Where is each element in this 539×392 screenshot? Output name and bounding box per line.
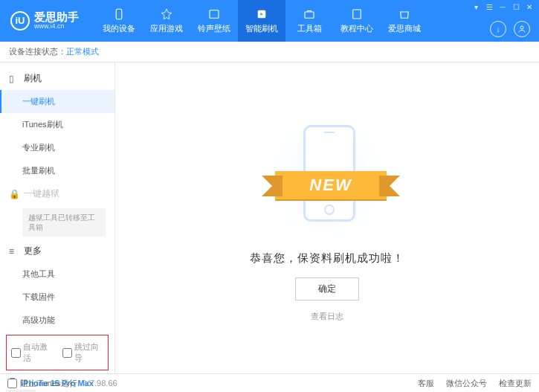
success-illustration: NEW [268,115,387,241]
jailbreak-moved-note: 越狱工具已转移至工具箱 [22,208,106,237]
sidebar-item-advanced[interactable]: 高级功能 [0,309,114,332]
toolbox-icon [303,7,316,21]
success-message: 恭喜您，保资料刷机成功啦！ [250,251,404,266]
sidebar-item-itunes-flash[interactable]: iTunes刷机 [0,113,114,136]
store-icon [398,7,411,21]
app-header: iU 爱思助手 www.i4.cn 我的设备 应用游戏 铃声壁纸 智能刷机 工具… [0,0,539,42]
sidebar-group-flash[interactable]: ▯刷机 [0,67,114,90]
checkbox-block-itunes[interactable]: 阻止iTunes运行 [7,378,77,389]
footer-wechat[interactable]: 微信公众号 [446,378,487,389]
view-log-link[interactable]: 查看日志 [311,311,343,322]
sidebar-item-oneclick-flash[interactable]: 一键刷机 [0,90,114,113]
svg-rect-0 [116,9,122,19]
status-value: 正常模式 [66,46,99,57]
nav-ringtones[interactable]: 铃声壁纸 [190,0,238,42]
user-button[interactable] [514,21,530,37]
sidebar-item-other-tools[interactable]: 其他工具 [0,263,114,286]
main-nav: 我的设备 应用游戏 铃声壁纸 智能刷机 工具箱 教程中心 爱思商城 [95,0,428,42]
svg-rect-1 [210,10,219,19]
sidebar-item-pro-flash[interactable]: 专业刷机 [0,136,114,159]
status-bar: 设备连接状态： 正常模式 [0,42,539,62]
version-label: V7.98.66 [85,379,117,388]
nav-tutorials[interactable]: 教程中心 [333,0,381,42]
svg-rect-3 [305,12,314,18]
status-label: 设备连接状态： [9,46,66,57]
brand-url: www.i4.cn [34,23,79,30]
brand-logo: iU 爱思助手 www.i4.cn [0,11,89,30]
sidebar-group-more[interactable]: ≡更多 [0,240,114,263]
checkbox-skip-guide[interactable]: 跳过向导 [62,341,103,364]
more-icon: ≡ [9,246,19,257]
footer-check-update[interactable]: 检查更新 [499,378,532,389]
svg-point-5 [520,26,523,29]
sidebar-item-download-firmware[interactable]: 下载固件 [0,286,114,309]
sidebar: ▯刷机 一键刷机 iTunes刷机 专业刷机 批量刷机 🔒一键越狱 越狱工具已转… [0,62,115,373]
footer-support[interactable]: 客服 [418,378,434,389]
device-icon [112,7,126,21]
lock-icon: 🔒 [9,189,19,199]
nav-toolbox[interactable]: 工具箱 [285,0,333,42]
flash-icon [255,7,268,21]
minimize-icon[interactable]: ─ [497,2,508,11]
book-icon [350,7,364,21]
svg-rect-4 [353,10,361,19]
download-button[interactable]: ↓ [490,21,506,37]
nav-my-device[interactable]: 我的设备 [95,0,143,42]
logo-icon: iU [10,11,30,30]
maximize-icon[interactable]: ☐ [511,2,521,11]
phone-icon: ▯ [9,74,19,84]
settings-icon[interactable]: ☰ [484,2,494,11]
sidebar-group-jailbreak: 🔒一键越狱 [0,182,114,205]
new-ribbon: NEW [275,171,387,199]
sidebar-item-batch-flash[interactable]: 批量刷机 [0,159,114,182]
image-icon [207,7,221,21]
nav-apps[interactable]: 应用游戏 [143,0,190,42]
close-icon[interactable]: ✕ [524,2,535,11]
menu-icon[interactable]: ▾ [471,2,481,11]
main-content: NEW 恭喜您，保资料刷机成功啦！ 确定 查看日志 [115,62,539,373]
apps-icon [160,7,173,21]
options-highlight-box: 自动激活 跳过向导 [6,335,109,370]
nav-flash[interactable]: 智能刷机 [238,0,285,42]
nav-store[interactable]: 爱思商城 [381,0,428,42]
checkbox-auto-activate[interactable]: 自动激活 [11,341,52,364]
brand-name: 爱思助手 [34,11,79,24]
ok-button[interactable]: 确定 [295,277,359,301]
